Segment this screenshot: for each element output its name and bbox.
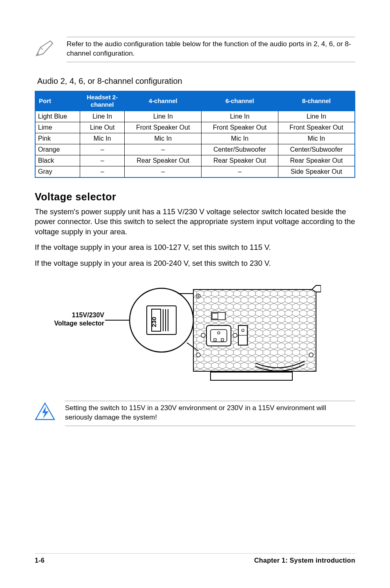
cell: Mic In (80, 133, 124, 144)
cell: Rear Speaker Out (278, 155, 355, 166)
cell: Rear Speaker Out (125, 155, 202, 166)
cell: – (80, 166, 124, 177)
cell-port: Lime (35, 122, 80, 133)
voltage-selector-p3: If the voltage supply in your area is 20… (35, 258, 355, 268)
chapter-title: Chapter 1: System introduction (254, 557, 355, 564)
cell: Side Speaker Out (278, 166, 355, 177)
svg-point-17 (217, 332, 220, 334)
voltage-selector-diagram: 115V/230V Voltage selector 230 (35, 277, 355, 385)
voltage-selector-p1: The system's power supply unit has a 115… (35, 207, 355, 237)
cell: Mic In (202, 133, 278, 144)
warning-block: Setting the switch to 115V in a 230V env… (35, 401, 355, 426)
pencil-note-icon (35, 39, 55, 58)
cell: Rear Speaker Out (202, 155, 278, 166)
cell: – (125, 166, 202, 177)
switch-value: 230 (150, 317, 157, 327)
svg-rect-15 (214, 339, 216, 341)
svg-rect-28 (211, 372, 292, 380)
page-footer: 1-6 Chapter 1: System introduction (35, 553, 355, 564)
svg-point-23 (309, 353, 313, 357)
cell-port: Pink (35, 133, 80, 144)
th-port: Port (35, 91, 80, 111)
svg-rect-16 (221, 339, 224, 341)
cell-port: Black (35, 155, 80, 166)
table-row: Gray – – – Side Speaker Out (35, 166, 355, 177)
page-number: 1-6 (35, 557, 45, 564)
cell: – (202, 166, 278, 177)
cell: Center/Subwoofer (202, 144, 278, 155)
cell: Line Out (80, 122, 124, 133)
th-4ch: 4-channel (125, 91, 202, 111)
th-2ch: Headset 2-channel (80, 91, 124, 111)
cell: Mic In (278, 133, 355, 144)
cell: Mic In (125, 133, 202, 144)
svg-rect-12 (212, 313, 218, 319)
svg-point-24 (201, 333, 205, 337)
lightning-warning-icon (35, 402, 55, 421)
cell: Front Speaker Out (125, 122, 202, 133)
cell-port: Gray (35, 166, 80, 177)
cell: – (125, 144, 202, 155)
cell: Line In (278, 111, 355, 122)
table-row: Light Blue Line In Line In Line In Line … (35, 111, 355, 122)
cell: Line In (80, 111, 124, 122)
table-row: Lime Line Out Front Speaker Out Front Sp… (35, 122, 355, 133)
voltage-selector-p2: If the voltage supply in your area is 10… (35, 242, 355, 252)
cell: Line In (125, 111, 202, 122)
cell: – (80, 155, 124, 166)
note-block: Refer to the audio configuration table b… (35, 37, 355, 62)
cell-port: Light Blue (35, 111, 80, 122)
cell: Front Speaker Out (202, 122, 278, 133)
cell: Line In (202, 111, 278, 122)
audio-table-caption: Audio 2, 4, 6, or 8-channel configuratio… (37, 76, 355, 86)
table-row: Pink Mic In Mic In Mic In Mic In (35, 133, 355, 144)
diagram-label-line1: 115V/230V (72, 312, 105, 319)
svg-point-25 (233, 333, 237, 337)
svg-point-22 (196, 353, 200, 357)
note-text: Refer to the audio configuration table b… (67, 40, 355, 58)
th-6ch: 6-channel (202, 91, 278, 111)
warning-text: Setting the switch to 115V in a 230V env… (65, 404, 355, 422)
cell-port: Orange (35, 144, 80, 155)
cell: Front Speaker Out (278, 122, 355, 133)
voltage-selector-heading: Voltage selector (35, 191, 355, 203)
cell: Center/Subwoofer (278, 144, 355, 155)
table-row: Black – Rear Speaker Out Rear Speaker Ou… (35, 155, 355, 166)
table-row: Orange – – Center/Subwoofer Center/Subwo… (35, 144, 355, 155)
audio-config-table: Port Headset 2-channel 4-channel 6-chann… (35, 91, 355, 178)
th-8ch: 8-channel (278, 91, 355, 111)
diagram-label-line2: Voltage selector (54, 320, 104, 327)
table-header-row: Port Headset 2-channel 4-channel 6-chann… (35, 91, 355, 111)
cell: – (80, 144, 124, 155)
